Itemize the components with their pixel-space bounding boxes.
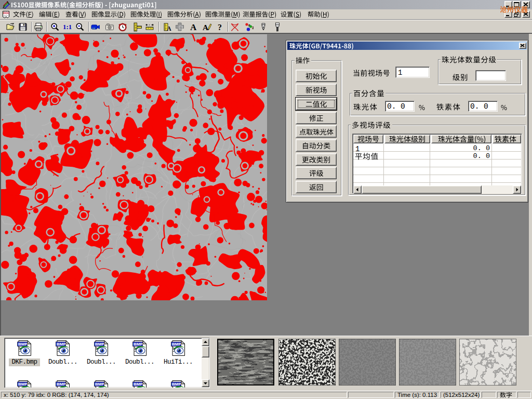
svg-text:BMP: BMP bbox=[57, 342, 66, 347]
svg-text:BMP: BMP bbox=[172, 342, 181, 347]
svg-text:BMP: BMP bbox=[57, 382, 66, 387]
svg-text:BMP: BMP bbox=[134, 382, 143, 387]
svg-text:A: A bbox=[190, 22, 197, 32]
svg-text:A: A bbox=[167, 25, 171, 32]
svg-text:BMP: BMP bbox=[172, 382, 181, 387]
svg-text:BMP: BMP bbox=[134, 342, 143, 347]
svg-text:3: 3 bbox=[252, 26, 254, 30]
svg-text:A: A bbox=[203, 23, 208, 32]
svg-text:BMP: BMP bbox=[95, 342, 104, 347]
svg-text:DOC: DOC bbox=[3, 11, 9, 15]
svg-text:BMP: BMP bbox=[18, 382, 28, 387]
svg-text:?: ? bbox=[218, 23, 222, 32]
svg-text:BMP: BMP bbox=[18, 342, 28, 347]
svg-text:BMP: BMP bbox=[95, 382, 104, 387]
